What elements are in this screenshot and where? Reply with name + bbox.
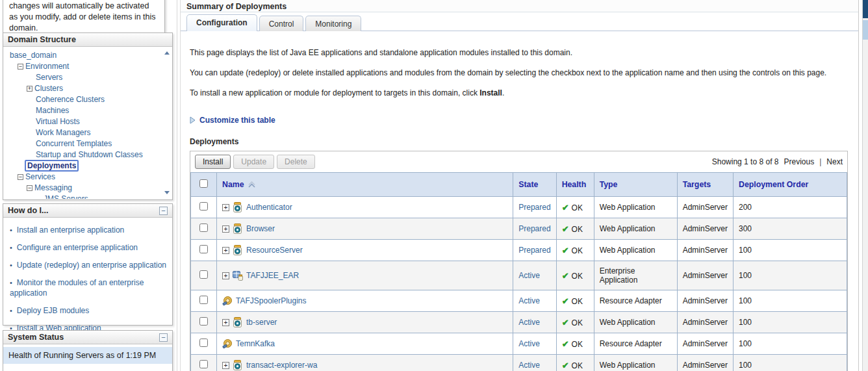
tab-configuration[interactable]: Configuration xyxy=(186,14,257,31)
domain-structure-panel: Domain Structure base_domain−Environment… xyxy=(3,32,173,200)
expand-toggle-icon[interactable]: + xyxy=(222,319,229,326)
tree-item-servers[interactable]: Servers xyxy=(3,72,172,83)
tab-control[interactable]: Control xyxy=(259,16,304,31)
page-scrollbar[interactable] xyxy=(862,0,868,371)
row-checkbox[interactable] xyxy=(199,360,208,368)
bullet-icon: • xyxy=(10,307,12,314)
deployment-name-link[interactable]: TemnKafka xyxy=(236,339,275,348)
tree-item-label[interactable]: Clusters xyxy=(34,84,63,93)
tree-item-deployments[interactable]: Deployments xyxy=(3,160,172,172)
tree-item-label[interactable]: Startup and Shutdown Classes xyxy=(36,150,143,159)
how-do-i-link-update-redeploy-an-enterprise-application[interactable]: Update (redeploy) an enterprise applicat… xyxy=(17,261,166,270)
tree-item-label[interactable]: Servers xyxy=(36,73,62,82)
delete-button[interactable]: Delete xyxy=(277,155,315,169)
row-checkbox[interactable] xyxy=(199,317,208,326)
deployment-name-link[interactable]: tb-server xyxy=(246,318,277,327)
content-area: This page displays the list of Java EE a… xyxy=(181,31,858,371)
expand-toggle-icon[interactable]: + xyxy=(222,247,229,254)
expand-toggle-icon[interactable]: + xyxy=(222,362,229,369)
tree-item-label[interactable]: Machines xyxy=(36,106,69,115)
collapse-icon[interactable]: − xyxy=(159,333,168,342)
state-link[interactable]: Active xyxy=(518,361,540,370)
collapse-toggle-icon[interactable]: − xyxy=(18,174,23,180)
tree-item-virtual-hosts[interactable]: Virtual Hosts xyxy=(3,116,172,127)
next-page-button[interactable]: Next xyxy=(826,157,843,166)
deployment-name-link[interactable]: ResourceServer xyxy=(246,246,303,255)
tree-item-label[interactable]: base_domain xyxy=(10,51,57,60)
column-header-type[interactable]: Type xyxy=(594,173,677,197)
tree-scrollbar[interactable] xyxy=(162,47,172,198)
how-do-i-link-monitor-the-modules-of-an-enterprise-application[interactable]: Monitor the modules of an enterprise app… xyxy=(10,278,144,298)
tree-item-environment[interactable]: −Environment xyxy=(3,61,172,72)
tree-item-label[interactable]: Deployments xyxy=(25,160,79,172)
row-checkbox[interactable] xyxy=(199,202,208,211)
row-checkbox[interactable] xyxy=(199,339,208,347)
row-checkbox[interactable] xyxy=(199,270,208,279)
expand-toggle-icon[interactable]: + xyxy=(222,272,229,279)
column-header-state[interactable]: State xyxy=(513,173,556,197)
tree-item-label[interactable]: Environment xyxy=(25,62,69,71)
scroll-down-icon[interactable] xyxy=(164,191,170,194)
tree-item-label[interactable]: Coherence Clusters xyxy=(36,95,105,104)
update-button[interactable]: Update xyxy=(233,155,274,169)
column-header-health[interactable]: Health xyxy=(556,173,594,197)
column-header-deployment-order[interactable]: Deployment Order xyxy=(734,173,847,197)
tree-item-services[interactable]: −Services xyxy=(3,172,172,183)
tree-item-messaging[interactable]: −Messaging xyxy=(3,183,172,194)
state-link[interactable]: Prepared xyxy=(518,246,550,255)
state-link[interactable]: Active xyxy=(518,339,540,348)
tree-item-coherence-clusters[interactable]: Coherence Clusters xyxy=(3,94,172,105)
tree-item-machines[interactable]: Machines xyxy=(3,105,172,116)
tree-item-label[interactable]: Virtual Hosts xyxy=(36,117,80,126)
how-do-i-link-install-an-enterprise-application[interactable]: Install an enterprise application xyxy=(17,225,124,235)
sort-ascending-icon[interactable] xyxy=(248,181,256,188)
tree-item-label[interactable]: Messaging xyxy=(34,183,72,192)
row-checkbox[interactable] xyxy=(199,224,208,232)
scroll-up-icon[interactable] xyxy=(164,51,170,55)
tree-item-label[interactable]: Services xyxy=(25,172,55,181)
column-header-name[interactable]: Name xyxy=(217,173,513,197)
tree-item-jms-servers[interactable]: JMS Servers xyxy=(3,194,172,199)
deployment-name-link[interactable]: TAFJSpoolerPlugins xyxy=(236,296,307,305)
row-checkbox[interactable] xyxy=(199,296,208,304)
scrollbar-thumb[interactable] xyxy=(863,0,868,18)
deployment-name-link[interactable]: Browser xyxy=(246,224,275,233)
expand-toggle-icon[interactable]: + xyxy=(222,204,229,211)
tree-item-label[interactable]: JMS Servers xyxy=(44,194,88,199)
deployment-type: Web Application xyxy=(594,355,677,371)
expand-toggle-icon[interactable]: + xyxy=(222,225,229,233)
tree-item-base-domain[interactable]: base_domain xyxy=(3,50,172,61)
how-do-i-link-deploy-ejb-modules[interactable]: Deploy EJB modules xyxy=(17,306,89,315)
select-all-checkbox[interactable] xyxy=(199,179,208,188)
expand-arrow-icon[interactable] xyxy=(190,116,196,124)
deployment-name-link[interactable]: TAFJJEE_EAR xyxy=(246,271,299,280)
collapse-toggle-icon[interactable]: − xyxy=(18,64,23,70)
deployment-type: Web Application xyxy=(594,312,677,333)
expand-toggle-icon[interactable]: + xyxy=(27,86,32,92)
tree-item-concurrent-templates[interactable]: Concurrent Templates xyxy=(3,138,172,149)
tab-monitoring[interactable]: Monitoring xyxy=(305,16,361,31)
tree-item-label[interactable]: Concurrent Templates xyxy=(36,139,112,148)
state-link[interactable]: Active xyxy=(518,296,540,305)
collapse-icon[interactable]: − xyxy=(159,207,168,215)
tree-item-startup-and-shutdown-classes[interactable]: Startup and Shutdown Classes xyxy=(3,149,172,160)
column-header-targets[interactable]: Targets xyxy=(677,173,733,197)
health-of-running-servers: Health of Running Servers as of 1:19 PM xyxy=(3,347,172,364)
customize-this-table-link[interactable]: Customize this table xyxy=(199,116,275,125)
tree-item-clusters[interactable]: +Clusters xyxy=(3,83,172,94)
state-link[interactable]: Active xyxy=(518,318,540,327)
state-link[interactable]: Prepared xyxy=(518,224,550,233)
state-link[interactable]: Prepared xyxy=(518,203,550,212)
how-do-i-link-configure-an-enterprise-application[interactable]: Configure an enterprise application xyxy=(17,243,138,252)
deployment-name-link[interactable]: transact-explorer-wa xyxy=(246,361,317,370)
tree-item-label[interactable]: Work Managers xyxy=(36,128,90,137)
scrollbar-thumb-secondary[interactable] xyxy=(863,20,868,40)
tree-item-work-managers[interactable]: Work Managers xyxy=(3,127,172,138)
deployment-name-link[interactable]: Authenticator xyxy=(246,203,292,212)
row-checkbox[interactable] xyxy=(199,245,208,253)
previous-page-button[interactable]: Previous xyxy=(784,157,815,166)
state-link[interactable]: Active xyxy=(518,271,540,280)
bullet-icon: • xyxy=(10,244,12,251)
install-button[interactable]: Install xyxy=(195,155,231,169)
collapse-toggle-icon[interactable]: − xyxy=(27,185,32,191)
